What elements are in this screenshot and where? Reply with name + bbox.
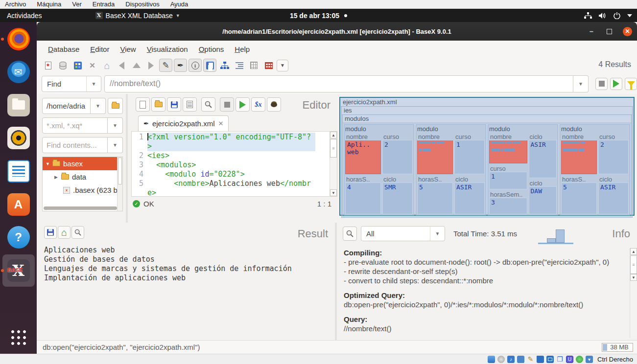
home-button[interactable]: ⌂ [100, 59, 114, 72]
editor-vertical-scrollbar[interactable]: ▲ ≡ ▼ [330, 132, 337, 196]
find-mode-combo[interactable]: Find ▼ [42, 76, 101, 92]
activities-button[interactable]: Actividades [0, 9, 49, 22]
map-modulo-node[interactable]: modulo nombre curso1 horasSem..3 [488, 124, 558, 215]
info-output[interactable]: Compiling: - pre-evaluate root to docume… [344, 248, 626, 338]
toggle-result-button[interactable]: ✒ [174, 59, 187, 72]
result-save-button[interactable] [44, 226, 57, 239]
map-highlighted-result[interactable] [417, 140, 453, 174]
editor-new-button[interactable] [136, 97, 150, 112]
tree-item-basex[interactable]: ▼ basex [43, 157, 122, 170]
open-database-button[interactable] [56, 59, 70, 72]
dock-item-ubuntu-software[interactable]: A [2, 188, 35, 221]
map-visualization[interactable]: ejercicio2xpath.xml ies modulos modulo n… [339, 97, 635, 216]
back-button[interactable] [115, 59, 128, 72]
info-filter-combo[interactable]: All ▼ [361, 226, 445, 241]
close-tab-icon[interactable]: ✕ [218, 120, 223, 127]
toggle-table-red-view-button[interactable] [262, 59, 275, 72]
vbox-menu-ver[interactable]: Ver [72, 0, 82, 8]
dock-item-help[interactable]: ? [2, 221, 35, 253]
dock-item-show-applications[interactable] [2, 322, 35, 354]
path-input[interactable] [42, 98, 91, 114]
run-query-button[interactable] [610, 78, 622, 90]
new-database-button[interactable] [42, 59, 55, 72]
query-input[interactable] [104, 75, 573, 92]
dock-item-firefox[interactable] [2, 23, 35, 55]
scroll-up-icon[interactable]: ▲ [630, 248, 637, 255]
toggle-list-view-button[interactable] [233, 59, 246, 72]
shared-clipboard-pen-icon[interactable]: ✎ [527, 356, 534, 363]
editor-history-button[interactable] [183, 97, 197, 112]
contents-history-button[interactable]: ▼ [108, 137, 123, 153]
editor-external-vars-button[interactable]: $x [251, 97, 265, 112]
map-modulo-node[interactable]: modulo nombre horasS..5 curso1 [416, 124, 486, 215]
hard-disk-icon[interactable] [488, 356, 495, 363]
menu-options[interactable]: Options [194, 43, 229, 55]
forward-button[interactable] [144, 59, 158, 72]
result-find-button[interactable] [71, 226, 84, 239]
vbox-menu-entrada[interactable]: Entrada [93, 0, 115, 8]
system-status-area[interactable] [584, 12, 632, 19]
toggle-grid-view-button[interactable] [247, 59, 260, 72]
clock-label[interactable]: 15 de abr 13:05 [290, 12, 339, 20]
app-menu-button[interactable]: X BaseX XML Database ▼ [95, 12, 180, 20]
vbox-menu-maquina[interactable]: Máquina [37, 0, 61, 8]
map-modulos-node[interactable]: modulos [343, 115, 631, 123]
file-filter-input[interactable] [42, 117, 108, 134]
toggle-editor-button[interactable]: ✎ [159, 59, 172, 72]
browse-folder-button[interactable] [108, 98, 123, 114]
maximize-button[interactable] [607, 29, 612, 34]
map-file-node[interactable]: ejercicio2xpath.xml [341, 98, 633, 107]
scroll-up-icon[interactable]: ▲ [330, 132, 337, 138]
tree-horizontal-scrollbar[interactable] [44, 206, 117, 210]
editor-save-button[interactable] [167, 97, 181, 112]
features-icon[interactable] [576, 356, 583, 363]
map-modulo-node[interactable]: modulo nombreApli.. web horasS..4 curso2 [344, 124, 414, 215]
map-highlighted-result[interactable] [561, 140, 597, 174]
code-editor[interactable]: 1 <?xml version="1.0" encoding="UTF-8"?>… [131, 131, 337, 197]
menu-help[interactable]: Help [230, 43, 254, 55]
editor-run-button[interactable] [236, 97, 250, 112]
window-titlebar[interactable]: /home/adrian1/Escritorio/ejercicio2xpath… [37, 22, 637, 41]
result-output[interactable]: Aplicaciones webGestión de bases de dato… [44, 246, 335, 283]
editor-find-button[interactable] [201, 97, 215, 112]
dock-item-thunderbird[interactable]: ✉ [2, 56, 35, 89]
menu-editor[interactable]: Editor [86, 43, 114, 55]
audio-icon[interactable]: ♪ [507, 356, 515, 363]
editor-stop-button[interactable] [220, 97, 234, 112]
close-button[interactable]: ✕ [623, 27, 632, 36]
tree-vertical-scrollbar[interactable] [117, 157, 122, 211]
up-button[interactable] [130, 59, 143, 72]
dock-item-basex[interactable]: XBASE [2, 254, 35, 287]
scroll-down-icon[interactable]: ▼ [330, 189, 337, 196]
info-find-button[interactable] [343, 227, 357, 241]
menu-view[interactable]: View [116, 43, 140, 55]
toggle-table-view-button[interactable] [203, 59, 216, 72]
dock-item-files[interactable] [2, 89, 35, 121]
tab-ejercicio2xpath[interactable]: ✒ ejercicio2xpath.xml ✕ [138, 115, 229, 131]
filter-button[interactable] [625, 78, 637, 90]
menu-visualization[interactable]: Visualization [142, 43, 192, 55]
database-properties-button[interactable] [71, 59, 84, 72]
scroll-down-icon[interactable]: ▼ [630, 274, 637, 281]
close-database-button[interactable]: ✕ [86, 59, 99, 72]
map-highlighted-result[interactable] [489, 140, 527, 163]
expand-arrow-icon[interactable]: ▼ [46, 161, 49, 166]
shared-folder-icon[interactable] [537, 356, 544, 363]
scrollbar-thumb[interactable]: ≡ [630, 255, 637, 274]
usb-icon[interactable]: U [566, 356, 573, 363]
vbox-menu-dispositivos[interactable]: Dispositivos [125, 0, 159, 8]
query-history-button[interactable]: ▼ [573, 75, 589, 92]
status-menu-icon[interactable]: ▾ [586, 356, 593, 363]
map-modulo-node[interactable]: modulo nombre horasS..5 curso2 [560, 124, 630, 215]
toggle-tree-view-button[interactable] [218, 59, 231, 72]
display-icon[interactable] [546, 356, 554, 363]
tree-item-data[interactable]: ▶ data [43, 170, 122, 183]
dock-item-rhythmbox[interactable] [2, 122, 35, 155]
map-ies-node[interactable]: ies [342, 107, 632, 115]
optical-disk-icon[interactable] [497, 356, 505, 363]
seamless-windows-icon[interactable]: ❐ [556, 356, 564, 363]
info-vertical-scrollbar[interactable]: ▲ ≡ ▼ [630, 248, 637, 338]
memory-widget[interactable]: 38 MB [602, 343, 633, 352]
vbox-menu-archivo[interactable]: Archivo [5, 0, 26, 8]
editor-debug-button[interactable] [267, 97, 281, 112]
